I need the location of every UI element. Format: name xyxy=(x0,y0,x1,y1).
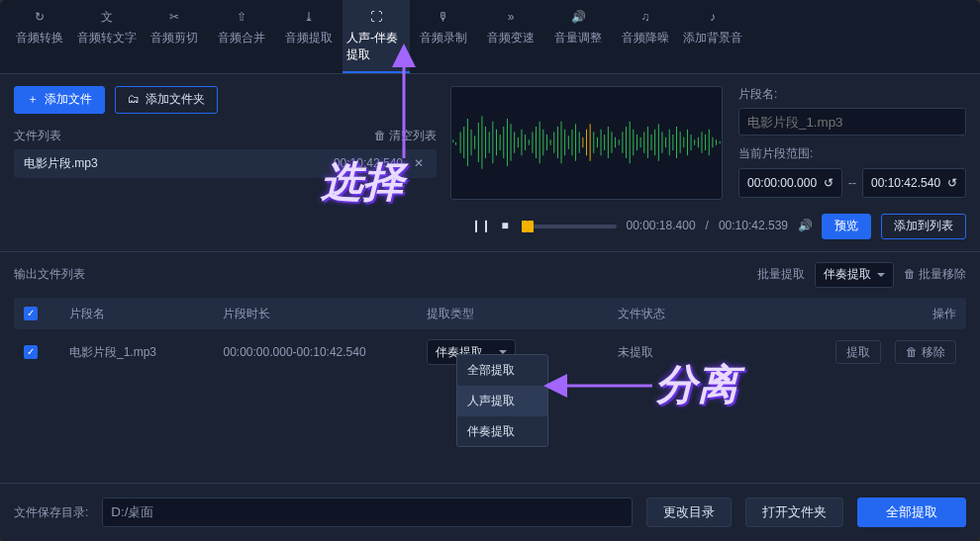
btn-label: 预览 xyxy=(834,218,858,234)
nav-audio-merge[interactable]: ⇧ 音频合并 xyxy=(208,0,275,73)
history-icon: ↺ xyxy=(947,175,957,192)
col-status: 文件状态 xyxy=(618,306,803,322)
clear-list-label: 清空列表 xyxy=(389,129,437,142)
range-end-value: 00:10:42.540 xyxy=(871,175,940,192)
nav-audio-convert[interactable]: ↻ 音频转换 xyxy=(6,0,73,73)
save-path-input[interactable] xyxy=(102,497,633,527)
btn-label: 移除 xyxy=(922,344,945,361)
text-icon: 文 xyxy=(98,8,116,26)
btn-label: 添加文件夹 xyxy=(146,91,205,108)
extract-all-button[interactable]: 全部提取 xyxy=(857,497,966,527)
add-file-button[interactable]: ＋ 添加文件 xyxy=(14,86,105,114)
btn-label: 打开文件夹 xyxy=(762,504,827,519)
change-dir-button[interactable]: 更改目录 xyxy=(646,497,732,527)
time-sep: / xyxy=(706,218,709,234)
trash-icon: 🗑 xyxy=(904,267,916,281)
history-icon: ↺ xyxy=(824,175,833,192)
slider-fill xyxy=(522,224,528,229)
mic-icon: 🎙 xyxy=(435,8,452,26)
nav-label: 人声-伴奏提取 xyxy=(346,30,406,63)
btn-label: 更改目录 xyxy=(663,504,715,519)
add-folder-button[interactable]: 🗂 添加文件夹 xyxy=(115,86,218,114)
col-ops: 操作 xyxy=(809,306,957,322)
extract-type-dropdown: 全部提取 人声提取 伴奏提取 xyxy=(456,354,548,447)
nav-label: 音频剪切 xyxy=(150,30,198,46)
output-list-label: 输出文件列表 xyxy=(14,266,85,283)
nav-label: 音频合并 xyxy=(218,30,265,46)
footer: 文件保存目录: 更改目录 打开文件夹 全部提取 xyxy=(0,483,980,541)
nav-label: 音频转文字 xyxy=(77,30,137,46)
nav-audio-denoise[interactable]: ♫ 音频降噪 xyxy=(612,0,679,73)
save-dir-label: 文件保存目录: xyxy=(14,504,88,521)
segment-name-label: 片段名: xyxy=(738,86,966,103)
col-name: 片段名 xyxy=(69,306,217,322)
bulk-select-value: 伴奏提取 xyxy=(824,266,871,283)
time-total: 00:10:42.539 xyxy=(719,218,788,234)
pause-button[interactable]: ❙❙ xyxy=(474,220,488,233)
range-end-input[interactable]: 00:10:42.540 ↺ xyxy=(862,168,966,198)
bulk-delete-button[interactable]: 🗑 批量移除 xyxy=(904,266,966,283)
row-name: 电影片段_1.mp3 xyxy=(69,344,217,361)
clear-list-button[interactable]: 🗑 清空列表 xyxy=(374,128,437,144)
nav-audio-speed[interactable]: » 音频变速 xyxy=(477,0,544,73)
btn-label: 添加到列表 xyxy=(894,218,953,234)
scan-icon: ⛶ xyxy=(367,8,385,26)
dropdown-option-all[interactable]: 全部提取 xyxy=(457,355,547,386)
nav-label: 音频转换 xyxy=(16,30,63,46)
select-all-checkbox[interactable]: ✓ xyxy=(24,307,38,320)
col-type: 提取类型 xyxy=(427,306,612,322)
nav-label: 音频降噪 xyxy=(622,30,669,46)
remove-file-icon[interactable]: ✕ xyxy=(411,156,427,172)
top-nav: ↻ 音频转换 文 音频转文字 ✂ 音频剪切 ⇧ 音频合并 ⤓ 音频提取 ⛶ 人声… xyxy=(0,0,980,74)
nav-vocal-instrument[interactable]: ⛶ 人声-伴奏提取 xyxy=(343,0,410,73)
row-remove-button[interactable]: 🗑 移除 xyxy=(895,340,956,364)
file-name: 电影片段.mp3 xyxy=(24,155,98,172)
nav-label: 音频变速 xyxy=(487,30,535,46)
progress-slider[interactable] xyxy=(522,225,617,228)
open-folder-button[interactable]: 打开文件夹 xyxy=(745,497,843,527)
nav-audio-extract[interactable]: ⤓ 音频提取 xyxy=(275,0,343,73)
waveform-area[interactable] xyxy=(450,86,723,200)
file-panel: ＋ 添加文件 🗂 添加文件夹 文件列表 🗑 清空列表 xyxy=(0,74,450,183)
bulk-extract-label: 批量提取 xyxy=(757,266,805,283)
nav-audio-record[interactable]: 🎙 音频录制 xyxy=(410,0,477,73)
nav-audio-to-text[interactable]: 文 音频转文字 xyxy=(73,0,141,73)
bgm-icon: ♪ xyxy=(704,8,722,26)
dropdown-option-instrument[interactable]: 伴奏提取 xyxy=(457,416,547,447)
waveform-icon xyxy=(451,103,722,182)
nav-volume-adjust[interactable]: 🔊 音量调整 xyxy=(544,0,612,73)
trash-icon: 🗑 xyxy=(906,344,918,361)
row-checkbox[interactable]: ✓ xyxy=(24,345,38,359)
file-duration: 00:10:42.540 xyxy=(334,155,403,172)
col-dur: 片段时长 xyxy=(223,306,420,322)
range-start-input[interactable]: 00:00:00.000 ↺ xyxy=(738,168,842,198)
trash-icon: 🗑 xyxy=(374,129,386,142)
range-start-value: 00:00:00.000 xyxy=(747,175,817,192)
row-status: 未提取 xyxy=(618,344,803,361)
file-list-label: 文件列表 xyxy=(14,128,61,144)
plus-icon: ＋ xyxy=(27,91,39,108)
bulk-extract-select[interactable]: 伴奏提取 xyxy=(815,262,894,288)
segment-name-input[interactable] xyxy=(738,108,966,135)
btn-label: 添加文件 xyxy=(45,91,92,108)
nav-label: 音频录制 xyxy=(420,30,467,46)
preview-button[interactable]: 预览 xyxy=(822,214,871,239)
nav-label: 添加背景音 xyxy=(683,30,742,46)
nav-label: 音频提取 xyxy=(285,30,333,46)
time-current: 00:00:18.400 xyxy=(627,218,696,234)
upload-icon: ⇧ xyxy=(233,8,250,26)
nav-label: 音量调整 xyxy=(554,30,602,46)
speaker-icon[interactable]: 🔊 xyxy=(798,220,812,233)
dropdown-option-vocal[interactable]: 人声提取 xyxy=(457,386,547,416)
volume-icon: 🔊 xyxy=(569,8,587,26)
row-extract-button[interactable]: 提取 xyxy=(835,340,881,364)
file-row[interactable]: 电影片段.mp3 00:10:42.540 ✕ xyxy=(14,149,437,178)
nav-add-bgm[interactable]: ♪ 添加背景音 xyxy=(679,0,746,73)
playbar: ❙❙ ■ 00:00:18.400 / 00:10:42.539 🔊 预览 添加… xyxy=(0,204,980,251)
add-to-list-button[interactable]: 添加到列表 xyxy=(881,214,966,239)
btn-label: 提取 xyxy=(846,344,870,361)
loop-icon: ↻ xyxy=(31,8,49,26)
bulk-delete-label: 批量移除 xyxy=(919,267,966,281)
nav-audio-cut[interactable]: ✂ 音频剪切 xyxy=(141,0,208,73)
stop-button[interactable]: ■ xyxy=(498,220,512,233)
